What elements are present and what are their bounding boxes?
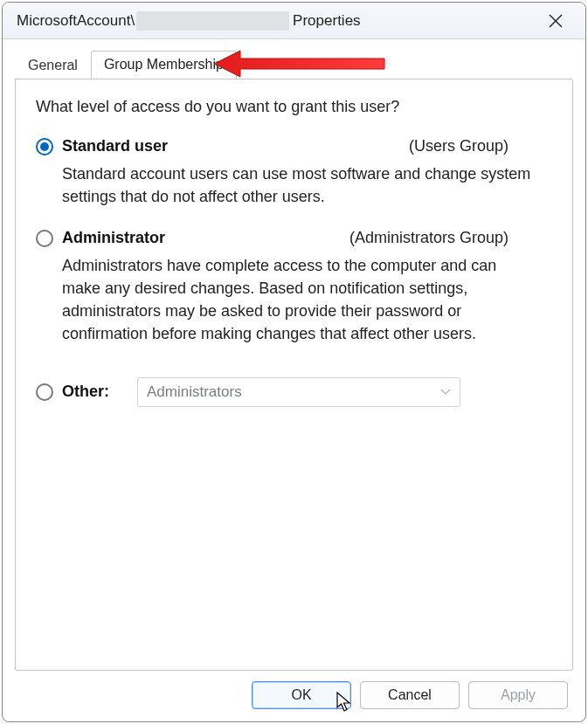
dropdown-selected-value: Administrators [147,383,242,401]
option-standard-user: Standard user (Users Group) Standard acc… [36,137,552,208]
radio-other[interactable] [36,383,53,401]
option-administrator: Administrator (Administrators Group) Adm… [36,229,552,345]
radio-standard-user[interactable] [36,138,53,155]
title-redacted-username [136,11,289,31]
window-title: MicrosoftAccount\ Properties [17,11,361,31]
chevron-down-icon [440,385,451,398]
apply-button: Apply [468,681,568,709]
dialog-button-row: OK Cancel Apply [252,681,568,709]
titlebar: MicrosoftAccount\ Properties [3,3,585,39]
title-prefix: MicrosoftAccount\ [17,12,135,30]
tab-panel-content: What level of access do you want to gran… [15,79,573,671]
cancel-button[interactable]: Cancel [360,681,460,709]
properties-dialog: MicrosoftAccount\ Properties General Gro… [2,2,586,722]
access-level-prompt: What level of access do you want to gran… [36,98,552,116]
close-icon [549,14,563,28]
group-standard-user: (Users Group) [409,137,552,155]
label-standard-user: Standard user [62,137,168,155]
group-administrator: (Administrators Group) [349,229,552,247]
tab-general[interactable]: General [15,52,91,79]
close-button[interactable] [536,8,575,34]
radio-administrator[interactable] [36,230,53,247]
ok-button[interactable]: OK [252,681,351,709]
label-administrator: Administrator [62,229,165,247]
label-other: Other: [62,383,109,401]
option-other: Other: Administrators [36,377,552,407]
tab-group-membership[interactable]: Group Membership [91,51,237,79]
tab-bar: General Group Membership [3,39,585,78]
desc-administrator: Administrators have complete access to t… [62,254,535,345]
title-suffix: Properties [293,12,360,30]
desc-standard-user: Standard account users can use most soft… [62,162,535,208]
dropdown-other-group[interactable]: Administrators [137,377,460,407]
